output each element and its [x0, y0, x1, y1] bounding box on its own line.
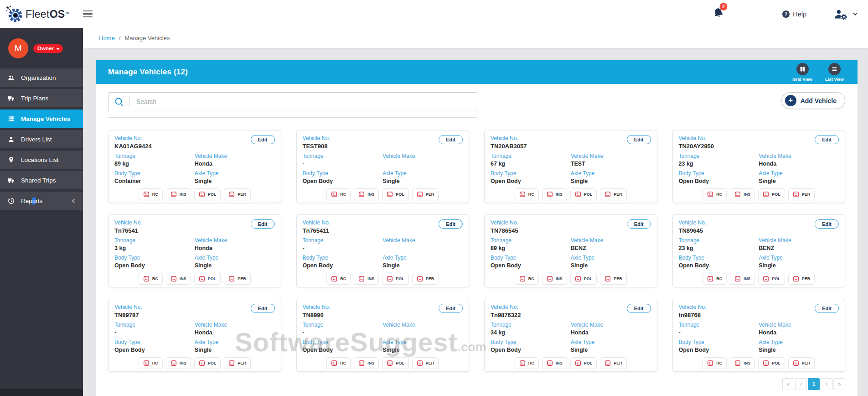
doc-badge-ins[interactable]: INS — [354, 188, 379, 200]
role-badge[interactable]: Owner — [33, 44, 63, 53]
hamburger-menu-icon[interactable] — [81, 9, 94, 20]
edit-button[interactable]: Edit — [439, 304, 463, 313]
doc-badge-per[interactable]: PER — [600, 273, 627, 285]
edit-button[interactable]: Edit — [439, 135, 463, 144]
avatar[interactable]: M — [8, 38, 28, 58]
doc-badge-per[interactable]: PER — [412, 357, 439, 369]
doc-badge-rc[interactable]: RC — [515, 188, 539, 200]
tonnage-label: Tonnage — [679, 237, 759, 244]
doc-badge-ins[interactable]: INS — [542, 188, 567, 200]
doc-badge-pol[interactable]: POL — [194, 188, 221, 200]
doc-badge-pol[interactable]: POL — [194, 273, 221, 285]
doc-badge-ins[interactable]: INS — [166, 273, 191, 285]
tonnage-value: 23 kg — [679, 161, 759, 167]
pagination-prev[interactable]: ‹ — [795, 378, 807, 390]
search-input[interactable] — [130, 98, 477, 105]
list-view-toggle[interactable]: List View — [825, 63, 844, 82]
list-view-icon — [828, 63, 841, 75]
add-vehicle-button[interactable]: Add Vehicle — [781, 92, 845, 109]
sidebar-item-manage-vehicles[interactable]: Manage Vehicles — [0, 109, 83, 128]
vehicle-make-label: Vehicle Make — [759, 322, 839, 328]
edit-button[interactable]: Edit — [627, 135, 651, 144]
axle-type-label: Axle Type — [195, 339, 275, 345]
notifications-bell-icon[interactable]: 2 — [711, 5, 727, 22]
doc-badge-per[interactable]: PER — [224, 357, 251, 369]
doc-badge-rc[interactable]: RC — [139, 188, 163, 200]
help-button[interactable]: Help — [782, 10, 806, 18]
doc-badge-rc[interactable]: RC — [703, 273, 727, 285]
doc-badge-pol[interactable]: POL — [758, 273, 785, 285]
doc-badge-rc[interactable]: RC — [326, 273, 351, 285]
image-document-icon — [417, 191, 423, 198]
edit-button[interactable]: Edit — [815, 219, 839, 229]
doc-badge-rc[interactable]: RC — [703, 357, 727, 369]
doc-badge-pol[interactable]: POL — [194, 357, 221, 369]
doc-badge-pol[interactable]: POL — [382, 273, 409, 285]
edit-button[interactable]: Edit — [815, 135, 839, 144]
doc-badge-pol[interactable]: POL — [570, 188, 597, 200]
doc-badge-rc[interactable]: RC — [139, 357, 163, 369]
doc-badge-rc[interactable]: RC — [326, 357, 351, 369]
pagination-next[interactable]: › — [821, 378, 832, 390]
doc-badge-pol[interactable]: POL — [570, 273, 597, 285]
edit-button[interactable]: Edit — [251, 304, 275, 313]
doc-badge-ins[interactable]: INS — [166, 188, 191, 200]
sidebar-item-reports[interactable]: Reports — [0, 192, 83, 210]
sidebar-item-locations-list[interactable]: Locations List — [0, 151, 83, 169]
doc-badge-pol[interactable]: POL — [758, 188, 785, 200]
image-document-icon — [331, 360, 337, 366]
account-menu[interactable] — [833, 8, 856, 20]
vehicle-no-value: TN20AY2950 — [679, 143, 714, 150]
doc-badge-per[interactable]: PER — [224, 188, 251, 200]
body-type-value: Open Body — [491, 178, 571, 184]
doc-badge-rc[interactable]: RC — [326, 188, 351, 200]
doc-badge-rc[interactable]: RC — [703, 188, 727, 200]
doc-badge-ins[interactable]: INS — [730, 357, 755, 369]
edit-button[interactable]: Edit — [627, 304, 651, 313]
doc-badge-rc[interactable]: RC — [139, 273, 163, 285]
edit-button[interactable]: Edit — [439, 219, 463, 229]
doc-badge-per[interactable]: PER — [788, 357, 815, 369]
doc-badge-per[interactable]: PER — [600, 188, 627, 200]
doc-badge-per[interactable]: PER — [788, 188, 815, 200]
vehicle-make-value — [382, 245, 463, 251]
tonnage-label: Tonnage — [114, 153, 195, 159]
doc-badge-rc[interactable]: RC — [515, 273, 539, 285]
edit-button[interactable]: Edit — [627, 219, 651, 229]
doc-badge-pol[interactable]: POL — [382, 357, 409, 369]
doc-badge-pol[interactable]: POL — [758, 357, 785, 369]
edit-button[interactable]: Edit — [251, 219, 275, 229]
doc-badge-ins[interactable]: INS — [730, 273, 755, 285]
doc-badge-ins[interactable]: INS — [542, 357, 567, 369]
doc-badge-pol[interactable]: POL — [382, 188, 409, 200]
doc-badge-ins[interactable]: INS — [542, 273, 567, 285]
doc-badge-ins[interactable]: INS — [166, 357, 191, 369]
doc-badge-per[interactable]: PER — [600, 357, 627, 369]
doc-badge-per[interactable]: PER — [412, 273, 439, 285]
vehicle-card: Vehicle No. Tn76541 Edit Tonnage 3 kg Bo… — [108, 214, 281, 287]
pagination-first[interactable]: « — [782, 378, 794, 390]
edit-button[interactable]: Edit — [815, 304, 839, 313]
doc-badge-ins[interactable]: INS — [354, 357, 379, 369]
doc-badge-per[interactable]: PER — [224, 273, 251, 285]
sidebar-item-shared-trips[interactable]: Shared Trips — [0, 171, 83, 189]
axle-type-value: Single — [759, 262, 839, 269]
doc-badge-per[interactable]: PER — [412, 188, 439, 200]
doc-badge-per[interactable]: PER — [788, 273, 815, 285]
pagination-last[interactable]: » — [833, 378, 845, 390]
breadcrumb-home-link[interactable]: Home — [99, 35, 115, 42]
pagination-page-1[interactable]: 1 — [808, 378, 820, 390]
sidebar-item-drivers-list[interactable]: Drivers List — [0, 130, 83, 148]
doc-badge-ins[interactable]: INS — [730, 188, 755, 200]
sidebar-item-trip-plans[interactable]: Trip Plans — [0, 89, 83, 107]
doc-badge-rc[interactable]: RC — [515, 357, 539, 369]
vehicle-card: Vehicle No. TN89645 Edit Tonnage 23 kg B… — [672, 214, 846, 287]
doc-badge-ins[interactable]: INS — [354, 273, 379, 285]
image-document-icon — [793, 191, 799, 198]
edit-button[interactable]: Edit — [251, 135, 275, 144]
sidebar-item-organization[interactable]: Organization — [0, 68, 83, 87]
grid-view-toggle[interactable]: Grid View — [792, 63, 812, 82]
list-icon — [7, 115, 15, 123]
chevron-left-icon — [72, 198, 77, 203]
doc-badge-pol[interactable]: POL — [570, 357, 597, 369]
